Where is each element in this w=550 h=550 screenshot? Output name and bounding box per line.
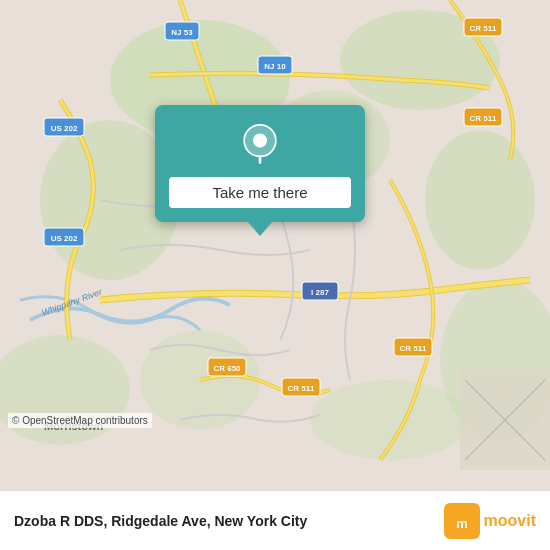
svg-point-36 bbox=[253, 134, 267, 148]
svg-text:CR 511: CR 511 bbox=[399, 344, 427, 353]
svg-text:CR 511: CR 511 bbox=[469, 114, 497, 123]
take-me-there-button[interactable]: Take me there bbox=[169, 177, 351, 208]
moovit-icon: m bbox=[444, 503, 480, 539]
svg-text:NJ 53: NJ 53 bbox=[171, 28, 193, 37]
svg-point-5 bbox=[425, 130, 535, 270]
map-container: NJ 53 NJ 10 CR 511 CR 511 US 202 US 202 … bbox=[0, 0, 550, 490]
svg-text:NJ 10: NJ 10 bbox=[264, 62, 286, 71]
svg-text:US 202: US 202 bbox=[51, 234, 78, 243]
svg-text:CR 511: CR 511 bbox=[469, 24, 497, 33]
svg-text:CR 650: CR 650 bbox=[213, 364, 241, 373]
moovit-logo: m moovit bbox=[444, 503, 536, 539]
location-card[interactable]: Take me there bbox=[155, 105, 365, 222]
svg-text:US 202: US 202 bbox=[51, 124, 78, 133]
pin-icon bbox=[238, 123, 282, 167]
svg-text:CR 511: CR 511 bbox=[287, 384, 315, 393]
svg-text:m: m bbox=[456, 516, 468, 531]
location-info: Dzoba R DDS, Ridgedale Ave, New York Cit… bbox=[14, 513, 307, 529]
location-name: Dzoba R DDS, Ridgedale Ave, New York Cit… bbox=[14, 513, 307, 529]
moovit-label: moovit bbox=[484, 512, 536, 530]
svg-text:I 287: I 287 bbox=[311, 288, 329, 297]
bottom-bar: Dzoba R DDS, Ridgedale Ave, New York Cit… bbox=[0, 490, 550, 550]
map-attribution: © OpenStreetMap contributors bbox=[8, 413, 152, 428]
